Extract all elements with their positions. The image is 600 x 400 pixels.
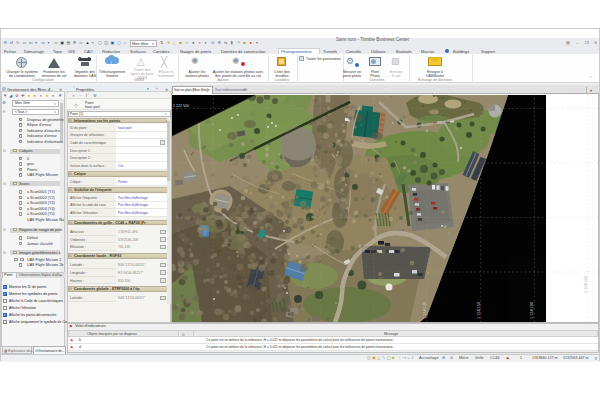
svg-text:1 122 500: 1 122 500 xyxy=(173,104,189,108)
svg-text:1 124 150: 1 124 150 xyxy=(476,302,480,319)
svg-text:1 124 100: 1 124 100 xyxy=(423,302,427,319)
svg-text:1 124 250: 1 124 250 xyxy=(583,276,587,293)
svg-text:1 124 200: 1 124 200 xyxy=(530,302,534,319)
